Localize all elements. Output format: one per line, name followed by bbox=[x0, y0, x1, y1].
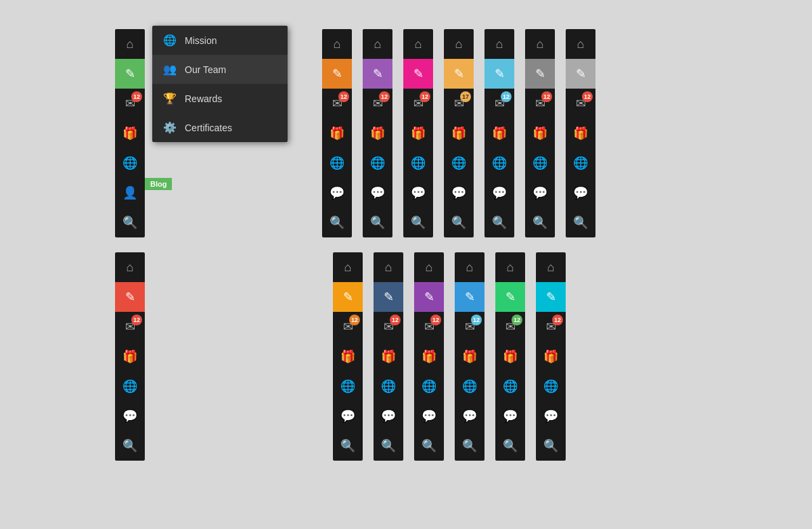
globe-btn[interactable]: 🌐 bbox=[566, 148, 595, 178]
gift-btn[interactable]: 🎁 bbox=[414, 342, 444, 371]
home-btn[interactable]: ⌂ bbox=[495, 252, 525, 282]
home-btn[interactable]: ⌂ bbox=[536, 252, 566, 282]
mail-btn[interactable]: ✉12 bbox=[566, 89, 595, 118]
home-btn[interactable]: ⌂ bbox=[566, 29, 595, 59]
edit-btn[interactable]: ✎ bbox=[444, 59, 474, 89]
edit-button[interactable]: ✎ bbox=[115, 59, 145, 89]
edit-btn[interactable]: ✎ bbox=[414, 282, 444, 312]
mail-btn[interactable]: ✉12 bbox=[374, 312, 403, 342]
gift-btn[interactable]: 🎁 bbox=[525, 118, 555, 148]
dropdown-item-mission[interactable]: 🌐 Mission bbox=[152, 26, 288, 55]
mail-btn[interactable]: ✉12 bbox=[363, 89, 392, 118]
home-button[interactable]: ⌂ bbox=[115, 29, 145, 59]
search-btn[interactable]: 🔍 bbox=[374, 431, 403, 461]
mail-btn[interactable]: ✉12 bbox=[455, 312, 484, 342]
home-btn[interactable]: ⌂ bbox=[363, 29, 392, 59]
home-btn[interactable]: ⌂ bbox=[484, 29, 514, 59]
dropdown-item-rewards[interactable]: 🏆 Rewards bbox=[152, 84, 288, 113]
globe-btn[interactable]: 🌐 bbox=[374, 371, 403, 401]
chat-btn[interactable]: 💬 bbox=[536, 401, 566, 431]
home-btn[interactable]: ⌂ bbox=[333, 252, 363, 282]
home-btn[interactable]: ⌂ bbox=[414, 252, 444, 282]
home-btn[interactable]: ⌂ bbox=[403, 29, 433, 59]
mail-btn[interactable]: ✉12 bbox=[484, 89, 514, 118]
globe-btn[interactable]: 🌐 bbox=[455, 371, 484, 401]
globe-btn[interactable]: 🌐 bbox=[333, 371, 363, 401]
blog-button[interactable]: 👤 Blog bbox=[115, 178, 145, 208]
home-btn[interactable]: ⌂ bbox=[444, 29, 474, 59]
gift-btn[interactable]: 🎁 bbox=[363, 118, 392, 148]
mail-btn[interactable]: ✉12 bbox=[495, 312, 525, 342]
chat-btn[interactable]: 💬 bbox=[566, 178, 595, 208]
home-btn[interactable]: ⌂ bbox=[374, 252, 403, 282]
edit-btn[interactable]: ✎ bbox=[495, 282, 525, 312]
chat-btn[interactable]: 💬 bbox=[525, 178, 555, 208]
search-btn[interactable]: 🔍 bbox=[495, 431, 525, 461]
edit-btn[interactable]: ✎ bbox=[566, 59, 595, 89]
gift-btn[interactable]: 🎁 bbox=[403, 118, 433, 148]
dropdown-item-certificates[interactable]: ⚙️ Certificates bbox=[152, 113, 288, 142]
gift-btn[interactable]: 🎁 bbox=[495, 342, 525, 371]
edit-btn[interactable]: ✎ bbox=[333, 282, 363, 312]
mail-btn[interactable]: ✉12 bbox=[525, 89, 555, 118]
gift-btn[interactable]: 🎁 bbox=[566, 118, 595, 148]
globe-btn[interactable]: 🌐 bbox=[536, 371, 566, 401]
chat-btn[interactable]: 💬 bbox=[414, 401, 444, 431]
edit-btn[interactable]: ✎ bbox=[322, 59, 352, 89]
edit-btn[interactable]: ✎ bbox=[115, 282, 145, 312]
gift-btn[interactable]: 🎁 bbox=[536, 342, 566, 371]
chat-btn[interactable]: 💬 bbox=[403, 178, 433, 208]
mail-btn[interactable]: ✉12 bbox=[333, 312, 363, 342]
search-btn[interactable]: 🔍 bbox=[403, 208, 433, 237]
gift-btn[interactable]: 🎁 bbox=[374, 342, 403, 371]
globe-btn[interactable]: 🌐 bbox=[444, 148, 474, 178]
search-btn[interactable]: 🔍 bbox=[414, 431, 444, 461]
mail-btn[interactable]: ✉12 bbox=[403, 89, 433, 118]
search-btn[interactable]: 🔍 bbox=[322, 208, 352, 237]
edit-btn[interactable]: ✎ bbox=[455, 282, 484, 312]
search-btn[interactable]: 🔍 bbox=[536, 431, 566, 461]
globe-btn[interactable]: 🌐 bbox=[115, 371, 145, 401]
chat-btn[interactable]: 💬 bbox=[455, 401, 484, 431]
gift-btn[interactable]: 🎁 bbox=[484, 118, 514, 148]
dropdown-item-our-team[interactable]: 👥 Our Team bbox=[152, 55, 288, 84]
globe-btn[interactable]: 🌐 bbox=[525, 148, 555, 178]
chat-btn[interactable]: 💬 bbox=[495, 401, 525, 431]
home-btn[interactable]: ⌂ bbox=[455, 252, 484, 282]
search-btn[interactable]: 🔍 bbox=[115, 431, 145, 461]
home-btn[interactable]: ⌂ bbox=[525, 29, 555, 59]
edit-btn[interactable]: ✎ bbox=[374, 282, 403, 312]
globe-button[interactable]: 🌐 bbox=[115, 148, 145, 178]
mail-btn[interactable]: ✉12 bbox=[322, 89, 352, 118]
gift-btn[interactable]: 🎁 bbox=[333, 342, 363, 371]
gift-btn[interactable]: 🎁 bbox=[322, 118, 352, 148]
mail-btn[interactable]: ✉12 bbox=[414, 312, 444, 342]
mail-button[interactable]: ✉ 12 bbox=[115, 89, 145, 118]
edit-btn[interactable]: ✎ bbox=[536, 282, 566, 312]
chat-btn[interactable]: 💬 bbox=[333, 401, 363, 431]
gift-btn[interactable]: 🎁 bbox=[115, 342, 145, 371]
chat-btn[interactable]: 💬 bbox=[374, 401, 403, 431]
search-btn[interactable]: 🔍 bbox=[333, 431, 363, 461]
globe-btn[interactable]: 🌐 bbox=[495, 371, 525, 401]
globe-btn[interactable]: 🌐 bbox=[322, 148, 352, 178]
chat-btn[interactable]: 💬 bbox=[322, 178, 352, 208]
globe-btn[interactable]: 🌐 bbox=[403, 148, 433, 178]
home-btn[interactable]: ⌂ bbox=[322, 29, 352, 59]
chat-btn[interactable]: 💬 bbox=[115, 401, 145, 431]
mail-btn[interactable]: ✉12 bbox=[115, 312, 145, 342]
globe-btn[interactable]: 🌐 bbox=[484, 148, 514, 178]
search-btn[interactable]: 🔍 bbox=[484, 208, 514, 237]
gift-btn[interactable]: 🎁 bbox=[455, 342, 484, 371]
mail-btn[interactable]: ✉12 bbox=[536, 312, 566, 342]
globe-btn[interactable]: 🌐 bbox=[363, 148, 392, 178]
search-btn[interactable]: 🔍 bbox=[525, 208, 555, 237]
globe-btn[interactable]: 🌐 bbox=[414, 371, 444, 401]
chat-btn[interactable]: 💬 bbox=[444, 178, 474, 208]
home-btn[interactable]: ⌂ bbox=[115, 252, 145, 282]
gift-button[interactable]: 🎁 bbox=[115, 118, 145, 148]
search-button[interactable]: 🔍 bbox=[115, 208, 145, 237]
edit-btn[interactable]: ✎ bbox=[363, 59, 392, 89]
edit-btn[interactable]: ✎ bbox=[525, 59, 555, 89]
mail-btn[interactable]: ✉17 bbox=[444, 89, 474, 118]
